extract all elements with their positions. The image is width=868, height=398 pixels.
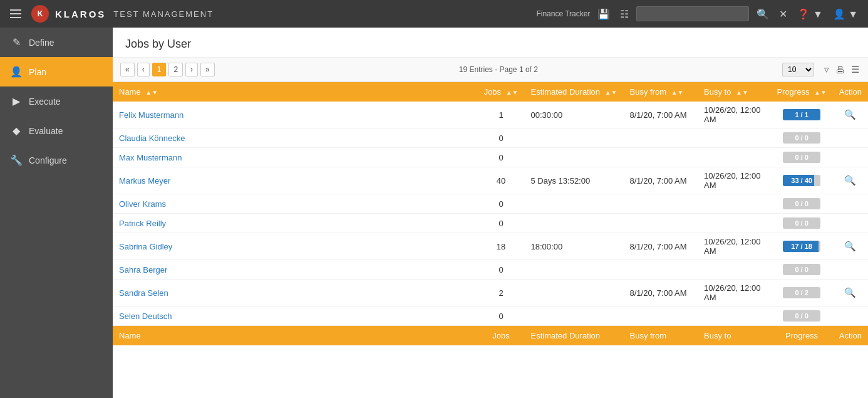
user-icon: 👤 ▼ xyxy=(833,8,858,20)
hamburger-icon xyxy=(10,9,21,18)
col-header-jobs[interactable]: Jobs ▲▼ xyxy=(478,82,525,102)
row-progress-7: 0 / 0 xyxy=(770,260,832,280)
row-estimated-5 xyxy=(525,214,624,233)
progress-bar-0: 1 / 1 xyxy=(783,109,820,120)
col-header-busy-from[interactable]: Busy from ▲▼ xyxy=(624,82,698,102)
row-action-6: 🔍 xyxy=(833,233,868,260)
row-estimated-3: 5 Days 13:52:00 xyxy=(525,167,624,194)
row-name-7: Sahra Berger xyxy=(113,260,478,280)
main-layout: ✎ Define 👤 Plan ▶ Execute ◆ Evaluate 🔧 C… xyxy=(0,28,868,398)
row-estimated-0: 00:30:00 xyxy=(525,102,624,128)
row-busy-to-0: 10/26/20, 12:00 AM xyxy=(698,102,770,128)
footer-busy-from: Busy from xyxy=(624,326,698,346)
row-busy-to-1 xyxy=(698,128,770,148)
sidebar-item-evaluate[interactable]: ◆ Evaluate xyxy=(0,116,113,145)
user-menu-button[interactable]: 👤 ▼ xyxy=(830,6,860,23)
footer-estimated: Estimated Duration xyxy=(525,326,624,346)
action-search-icon-6[interactable]: 🔍 xyxy=(844,241,856,251)
progress-bar-text-8: 0 / 2 xyxy=(795,289,808,296)
row-busy-to-5 xyxy=(698,214,770,233)
col-header-name[interactable]: Name ▲▼ xyxy=(113,82,478,102)
prev-page-button[interactable]: ‹ xyxy=(137,63,150,76)
finance-tracker-label: Finance Tracker xyxy=(536,9,590,18)
columns-button[interactable]: ☰ xyxy=(850,63,860,76)
row-name-link-6[interactable]: Sabrina Gidley xyxy=(119,242,172,251)
row-name-link-4[interactable]: Oliver Krams xyxy=(119,199,166,209)
row-name-link-9[interactable]: Selen Deutsch xyxy=(119,312,172,321)
sidebar-item-evaluate-label: Evaluate xyxy=(29,126,63,136)
page-size-select[interactable]: 10 25 50 100 xyxy=(782,63,814,76)
table-row: Max Mustermann 0 0 / 0 xyxy=(113,148,868,167)
page-2-button[interactable]: 2 xyxy=(168,63,183,76)
clear-search-button[interactable]: ✕ xyxy=(777,6,790,23)
action-search-icon-0[interactable]: 🔍 xyxy=(844,109,856,120)
progress-bar-9: 0 / 0 xyxy=(783,310,820,322)
filter-icon: ▿ xyxy=(824,64,829,75)
row-name-link-7[interactable]: Sahra Berger xyxy=(119,265,167,275)
sidebar-item-configure[interactable]: 🔧 Configure xyxy=(0,145,113,175)
pagination-right-icons: ▿ 🖶 ☰ xyxy=(823,63,860,76)
row-action-1 xyxy=(833,128,868,148)
row-name-link-5[interactable]: Patrick Reilly xyxy=(119,219,166,228)
row-estimated-4 xyxy=(525,194,624,214)
row-busy-to-2 xyxy=(698,148,770,167)
page-1-button[interactable]: 1 xyxy=(152,63,167,76)
search-icon: 🔍 xyxy=(757,8,769,20)
row-progress-5: 0 / 0 xyxy=(770,214,832,233)
next-page-button[interactable]: › xyxy=(185,63,198,76)
save-icon-button[interactable]: 💾 xyxy=(595,6,612,23)
row-progress-9: 0 / 0 xyxy=(770,306,832,326)
progress-bar-3: 33 / 40 xyxy=(783,175,820,186)
grid-icon-button[interactable]: ☷ xyxy=(617,6,631,23)
progress-bar-6: 17 / 18 xyxy=(783,241,820,252)
row-name-link-0[interactable]: Felix Mustermann xyxy=(119,110,183,120)
row-name-link-1[interactable]: Claudia Könnecke xyxy=(119,134,185,143)
export-button[interactable]: 🖶 xyxy=(834,63,846,76)
footer-progress: Progress xyxy=(770,326,832,346)
table-row: Patrick Reilly 0 0 / 0 xyxy=(113,214,868,233)
col-header-busy-to[interactable]: Busy to ▲▼ xyxy=(698,82,770,102)
menu-button[interactable] xyxy=(8,7,24,21)
first-page-button[interactable]: « xyxy=(120,63,135,76)
table-row: Markus Meyer 40 5 Days 13:52:00 8/1/20, … xyxy=(113,167,868,194)
sidebar-item-execute[interactable]: ▶ Execute xyxy=(0,86,113,116)
page-title: Jobs by User xyxy=(113,28,868,58)
row-busy-to-6: 10/26/20, 12:00 AM xyxy=(698,233,770,260)
row-name-link-8[interactable]: Sandra Selen xyxy=(119,288,168,298)
table-row: Sandra Selen 2 8/1/20, 7:00 AM 10/26/20,… xyxy=(113,280,868,306)
row-name-0: Felix Mustermann xyxy=(113,102,478,128)
row-busy-to-7 xyxy=(698,260,770,280)
sidebar-item-define[interactable]: ✎ Define xyxy=(0,28,113,57)
search-input[interactable] xyxy=(636,6,749,21)
row-name-link-3[interactable]: Markus Meyer xyxy=(119,176,170,186)
row-action-9 xyxy=(833,306,868,326)
help-button[interactable]: ❓ ▼ xyxy=(795,6,825,23)
navbar-right: Finance Tracker 💾 ☷ 🔍 ✕ ❓ ▼ 👤 ▼ xyxy=(536,6,860,23)
row-action-0: 🔍 xyxy=(833,102,868,128)
col-header-estimated[interactable]: Estimated Duration ▲▼ xyxy=(525,82,624,102)
last-page-button[interactable]: » xyxy=(200,63,215,76)
table-row: Oliver Krams 0 0 / 0 xyxy=(113,194,868,214)
table-row: Selen Deutsch 0 0 / 0 xyxy=(113,306,868,326)
progress-bar-1: 0 / 0 xyxy=(783,132,820,144)
pagination-controls: « ‹ 1 2 › » xyxy=(120,63,215,76)
progress-bar-2: 0 / 0 xyxy=(783,152,820,163)
define-icon: ✎ xyxy=(10,36,23,48)
row-progress-1: 0 / 0 xyxy=(770,128,832,148)
action-search-icon-3[interactable]: 🔍 xyxy=(844,175,856,186)
filter-button[interactable]: ▿ xyxy=(823,63,830,76)
progress-bar-text-6: 17 / 18 xyxy=(791,243,812,250)
sidebar-item-plan[interactable]: 👤 Plan xyxy=(0,57,113,86)
col-name-sort-icon: ▲▼ xyxy=(145,89,158,96)
col-busy-from-label: Busy from xyxy=(630,87,667,97)
row-busy-from-9 xyxy=(624,306,698,326)
col-jobs-label: Jobs xyxy=(484,87,501,97)
row-name-link-2[interactable]: Max Mustermann xyxy=(119,153,182,162)
progress-bar-8: 0 / 2 xyxy=(783,287,820,298)
row-busy-from-8: 8/1/20, 7:00 AM xyxy=(624,280,698,306)
search-button[interactable]: 🔍 xyxy=(754,6,772,23)
action-search-icon-8[interactable]: 🔍 xyxy=(844,287,856,298)
svg-text:K: K xyxy=(38,9,43,18)
table-row: Felix Mustermann 1 00:30:00 8/1/20, 7:00… xyxy=(113,102,868,128)
col-header-progress[interactable]: Progress ▲▼ xyxy=(770,82,832,102)
